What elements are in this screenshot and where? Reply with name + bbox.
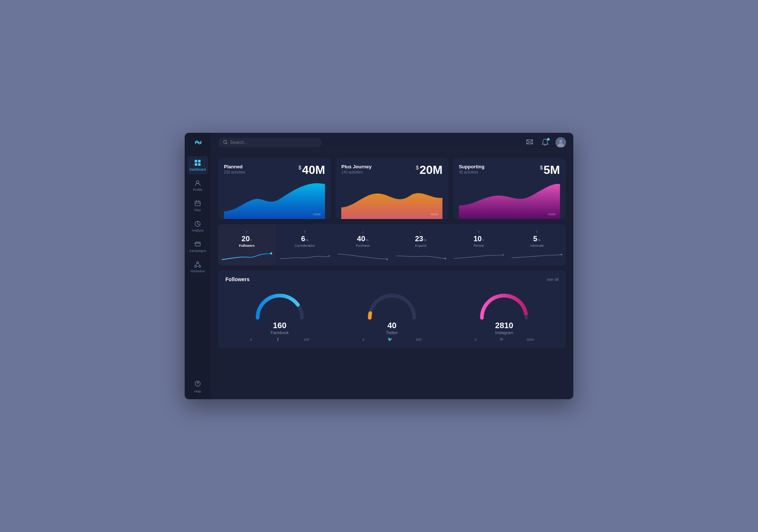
svg-point-8 (197, 262, 199, 264)
instagram-max: 3000 (526, 338, 534, 341)
metric-purchase[interactable]: ↓ 40 % Purchase (334, 224, 392, 265)
metric-row: ↑ 20 × Followers (218, 224, 566, 265)
advocate-value: 5 (533, 235, 537, 243)
sidebar-item-label: Dashboard (190, 168, 206, 171)
search-input[interactable] (230, 140, 316, 145)
sidebar: Dashboard Profile (185, 133, 211, 399)
plus-journey-amount: $20M (416, 164, 443, 176)
expand-label: Expand (415, 244, 427, 248)
message-icon[interactable] (524, 137, 535, 148)
renew-arrow: ↑ (478, 229, 480, 234)
metric-consideration[interactable]: ↑ 6 % Consideration (276, 224, 334, 265)
facebook-scale: 0 f 200 (250, 337, 309, 342)
svg-point-9 (195, 266, 197, 267)
header (211, 133, 573, 152)
advocate-unit: % (538, 238, 541, 242)
metric-expand[interactable]: ↓ 23 % Expand (392, 224, 450, 265)
planned-title: Planned (224, 164, 245, 169)
instagram-name: Instagram (495, 330, 513, 335)
svg-point-19 (444, 258, 446, 260)
facebook-icon: f (277, 337, 279, 342)
search-icon (223, 140, 228, 145)
instagram-gauge-container (474, 287, 534, 321)
campaigns-icon (194, 240, 201, 248)
app-window: Dashboard Profile (185, 133, 573, 399)
consideration-value: 6 (301, 235, 305, 243)
sidebar-item-label: Attribution (190, 269, 205, 273)
expand-value: 23 (415, 235, 423, 243)
sidebar-item-profile[interactable]: Profile (187, 176, 208, 195)
followers-mini-chart (222, 250, 272, 262)
followers-unit: × (250, 238, 252, 242)
svg-point-20 (502, 254, 504, 256)
facebook-gauge-container (250, 287, 309, 321)
plus-journey-subtitle: 140 activities (341, 170, 372, 174)
renew-value: 10 (473, 235, 482, 243)
svg-rect-7 (195, 242, 200, 246)
plus-journey-more[interactable]: more (430, 212, 438, 216)
planned-more[interactable]: more (313, 212, 321, 216)
purchase-label: Purchase (356, 244, 370, 248)
purchase-arrow: ↓ (362, 229, 364, 234)
sidebar-item-plan[interactable]: Plan (187, 197, 208, 215)
gauge-row: 160 Facebook 0 f 200 (225, 287, 559, 342)
facebook-max: 200 (304, 338, 309, 341)
help-label: Help (194, 390, 201, 393)
facebook-gauge: 160 Facebook 0 f 200 (225, 287, 334, 342)
twitter-scale: 0 🐦 600 (362, 337, 422, 342)
svg-point-16 (270, 252, 272, 255)
followers-header: Followers see all (225, 276, 559, 282)
sidebar-item-analyze[interactable]: Analyze (187, 217, 208, 235)
svg-point-21 (561, 254, 562, 256)
sidebar-item-dashboard[interactable]: Dashboard (187, 156, 208, 174)
twitter-max: 600 (416, 338, 422, 341)
search-box[interactable] (218, 138, 322, 147)
consideration-unit: % (306, 238, 309, 242)
renew-unit: × (482, 238, 484, 242)
sidebar-item-attribution[interactable]: Attribution (187, 258, 208, 276)
svg-point-18 (386, 259, 388, 260)
metric-followers[interactable]: ↑ 20 × Followers (218, 224, 276, 265)
notification-icon[interactable] (540, 137, 550, 148)
expand-mini-chart (396, 250, 446, 262)
followers-value: 20 (242, 235, 250, 243)
planned-card: Planned 220 activities $40M (218, 158, 331, 219)
metric-advocate[interactable]: ↑ 5 % Advocate (508, 224, 566, 265)
supporting-chart: more (459, 176, 560, 219)
sidebar-nav: Dashboard Profile (187, 156, 208, 380)
consideration-arrow: ↑ (304, 229, 306, 234)
sidebar-item-label: Analyze (192, 229, 204, 232)
content-area: Planned 220 activities $40M (211, 152, 573, 399)
twitter-gauge: 40 Twitter 0 🐦 600 (338, 287, 446, 342)
facebook-name: Facebook (271, 330, 289, 335)
logo (193, 139, 202, 147)
plan-icon (194, 200, 201, 207)
svg-rect-1 (198, 160, 201, 162)
metric-renew[interactable]: ↑ 10 × Renew (450, 224, 508, 265)
supporting-title: Supporting (459, 164, 484, 169)
plus-journey-chart: more (341, 176, 442, 219)
sidebar-item-campaigns[interactable]: Campaigns (187, 238, 208, 256)
followers-section-title: Followers (225, 276, 249, 282)
supporting-more[interactable]: more (548, 212, 556, 216)
supporting-subtitle: 30 activities (459, 170, 484, 174)
supporting-amount: $5M (540, 164, 560, 176)
plus-journey-card: Plus Journey 140 activities $20M (335, 158, 448, 219)
consideration-mini-chart (280, 250, 330, 262)
sidebar-help[interactable]: Help (194, 380, 201, 393)
sidebar-item-label: Campaigns (189, 249, 206, 253)
twitter-gauge-container (362, 287, 422, 321)
purchase-unit: % (366, 238, 369, 242)
see-all-link[interactable]: see all (547, 277, 559, 282)
svg-point-4 (197, 181, 199, 183)
facebook-min: 0 (250, 338, 252, 341)
plus-journey-title: Plus Journey (341, 164, 372, 169)
advocate-mini-chart (512, 250, 562, 262)
instagram-gauge-svg (474, 287, 534, 323)
svg-rect-0 (195, 160, 197, 162)
planned-amount: $40M (298, 164, 325, 176)
renew-label: Renew (473, 244, 484, 248)
svg-rect-5 (195, 201, 200, 206)
instagram-min: 0 (474, 338, 476, 341)
user-avatar[interactable] (556, 137, 566, 148)
